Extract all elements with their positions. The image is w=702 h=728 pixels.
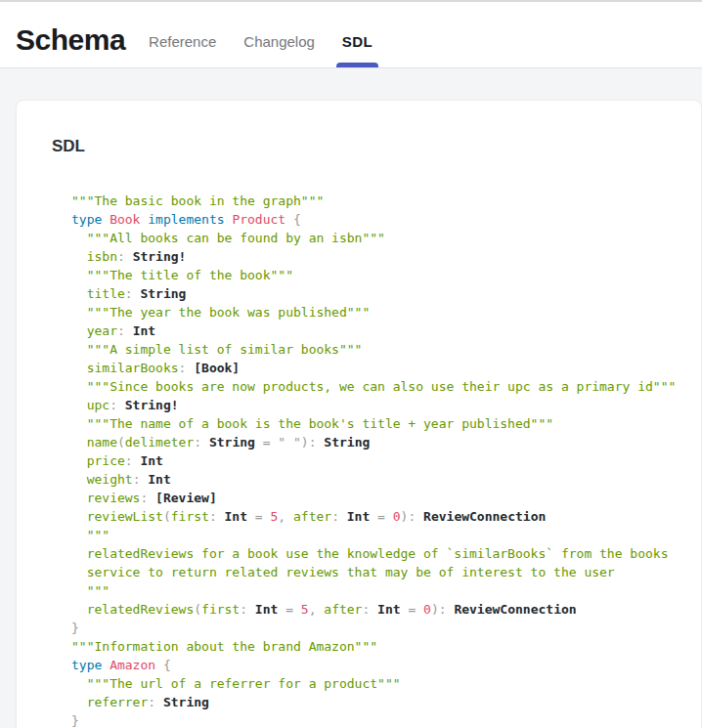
code-token: """ [71,583,110,598]
code-token: = [401,602,423,617]
code-token: 0 [393,509,401,524]
code-token: relatedReviews [71,602,194,617]
code-token: : [117,323,133,338]
code-token: upc [71,398,110,412]
code-token: String [140,286,186,301]
code-token: year [71,323,117,338]
code-token: : [194,435,209,450]
tab-sdl-label: SDL [342,33,373,50]
code-token: : [125,286,141,301]
sdl-section-heading: SDL [52,137,681,156]
code-line: isbn: String! [71,247,681,266]
active-tab-underline [336,63,378,67]
code-line: weight: Int [71,470,681,489]
code-line: } [71,711,681,728]
code-token: service to return related reviews that m… [71,565,615,579]
code-token: : [240,602,255,617]
code-token: { [155,658,171,672]
code-token: referrer [71,695,148,709]
code-token: 0 [423,602,431,617]
code-token: """The url of a referrer for a product""… [71,676,401,691]
tab-sdl[interactable]: SDL [342,2,373,67]
code-token: weight [71,472,133,487]
code-token: ( [194,602,201,617]
schema-tab-bar: Reference Changelog SDL [149,2,373,67]
code-token: ( [163,509,171,524]
code-line: """The year the book was published""" [71,303,681,321]
code-token: String! [133,249,187,264]
code-token: """A simple list of similar books""" [71,342,362,357]
code-token: """The name of a book is the book's titl… [71,416,553,431]
code-line: } [71,619,681,637]
code-line: service to return related reviews that m… [71,563,681,581]
code-token: """All books can be found by an isbn""" [71,231,385,245]
page-body: SDL """The basic book in the graph"""typ… [0,68,702,728]
code-token: ( [117,435,125,450]
code-token: } [71,713,79,728]
code-token: Int [347,509,370,524]
code-token: [Review] [155,491,217,505]
code-token: = [370,509,392,524]
code-line: """The url of a referrer for a product""… [71,674,681,693]
code-line: name(delimeter: String = " "): String [71,433,681,451]
code-token: ReviewConnection [423,509,546,524]
sdl-content-card: SDL """The basic book in the graph"""typ… [16,100,702,728]
code-token: first [201,602,240,617]
code-token: implements [140,212,232,227]
code-token: : [209,509,225,524]
code-line: """The basic book in the graph""" [71,192,681,210]
tab-reference[interactable]: Reference [149,2,216,67]
code-line: price: Int [71,451,681,470]
code-token: Int [140,453,162,468]
code-token: String [324,435,370,450]
code-token: , [309,602,325,617]
code-token: Amazon [110,658,155,672]
code-token: after [293,509,331,524]
code-token: : [117,249,133,264]
code-line: """ [71,526,681,544]
tab-changelog[interactable]: Changelog [243,2,315,67]
code-line: """A simple list of similar books""" [71,340,681,359]
code-token: String [163,695,209,709]
code-token: ReviewConnection [454,602,576,617]
code-token: delimeter [125,435,194,450]
code-token: String! [125,398,179,412]
code-token: : [133,472,149,487]
code-token: reviewList [71,509,163,524]
code-token: type [71,658,110,672]
code-line: """All books can be found by an isbn""" [71,229,681,247]
code-token: = " "): [255,435,324,450]
code-token: [Book] [194,361,240,375]
code-token: Int [148,472,170,487]
code-token: Product [232,212,285,227]
code-line: title: String [71,284,681,303]
code-token: ): [431,602,454,617]
code-token: """The basic book in the graph""" [71,193,324,208]
code-line: """ [71,581,681,600]
code-token: = [247,509,270,524]
code-line: relatedReviews for a book use the knowle… [71,544,681,563]
code-line: type Book implements Product { [71,210,681,229]
code-token: { [285,212,301,227]
code-token: relatedReviews for a book use the knowle… [71,546,668,561]
code-token: type [71,212,110,227]
code-token: Int [133,323,155,338]
code-token: price [71,453,125,468]
code-token: : [179,361,195,375]
code-token: Int [377,602,400,617]
code-token: 5 [301,602,309,617]
code-line: type Amazon { [71,656,681,674]
code-token: : [331,509,347,524]
code-token: Book [110,212,140,227]
code-token: : [110,398,125,412]
code-line: upc: String! [71,396,681,414]
code-token: } [71,621,79,635]
page-title: Schema [16,23,125,57]
code-token: : [148,695,163,709]
code-line: """Information about the brand Amazon""" [71,637,681,656]
code-line: reviews: [Review] [71,489,681,507]
tab-changelog-label: Changelog [243,33,315,50]
code-token: name [71,435,117,450]
code-line: reviewList(first: Int = 5, after: Int = … [71,507,681,526]
code-line: """Since books are now products, we can … [71,377,681,396]
